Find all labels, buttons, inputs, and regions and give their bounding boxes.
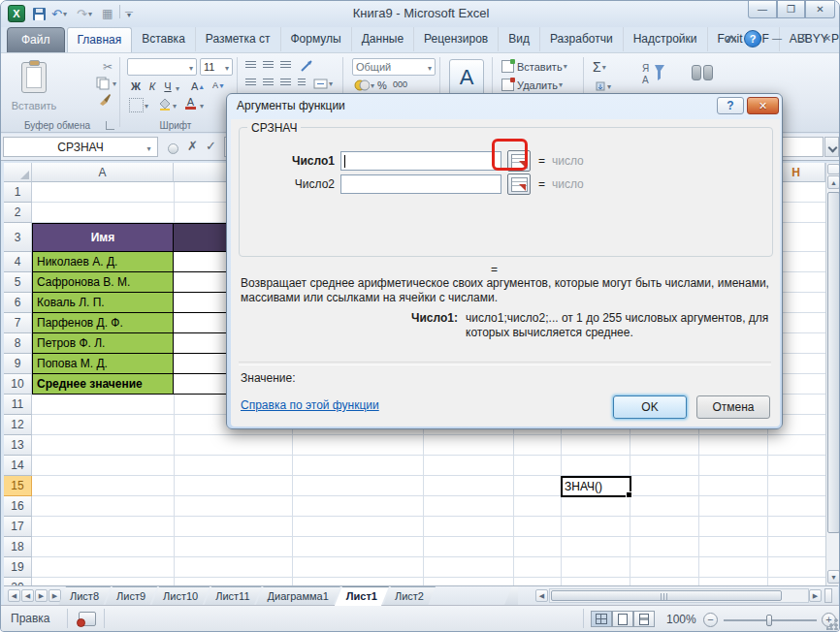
sheet-tab-Лист1[interactable]: Лист1	[335, 586, 389, 606]
row-header-7[interactable]: 7	[4, 313, 32, 333]
next-sheet-icon[interactable]: ▶	[35, 589, 48, 602]
row-header-16[interactable]: 16	[4, 496, 32, 517]
row-header-8[interactable]: 8	[4, 333, 32, 354]
ribbon-tab-5[interactable]: Данные	[352, 27, 414, 51]
table-row-name[interactable]: Петров Ф. Л.	[32, 333, 174, 354]
row-header-15[interactable]: 15	[4, 476, 32, 496]
workbook-minimize-button[interactable]: —	[767, 32, 787, 47]
insert-cells-button[interactable]: Вставить▾	[501, 60, 567, 73]
dialog-close-button[interactable]: ✕	[747, 97, 779, 114]
name-box[interactable]: СРЗНАЧ	[3, 137, 158, 157]
shrink-font-button[interactable]: А▼	[212, 80, 225, 90]
page-break-view-button[interactable]	[633, 611, 655, 627]
row-header-10[interactable]: 10	[4, 374, 32, 395]
tab-split-handle[interactable]	[824, 588, 832, 603]
column-header-a[interactable]: A	[32, 163, 174, 182]
row-header-19[interactable]: 19	[4, 557, 32, 578]
page-layout-view-button[interactable]	[612, 611, 633, 627]
cancel-button[interactable]: Отмена	[696, 395, 770, 419]
underline-dropdown[interactable]	[176, 84, 179, 93]
row-header-11[interactable]: 11	[4, 395, 32, 415]
vertical-scrollbar[interactable]: ▲ ▼	[825, 163, 840, 585]
expand-formula-bar-icon[interactable]	[824, 137, 839, 157]
currency-icon[interactable]: ▾	[354, 79, 374, 91]
table-footer-cell[interactable]: Среднее значение	[32, 374, 174, 395]
grow-font-button[interactable]: А▲	[191, 80, 205, 92]
fill-handle[interactable]	[626, 491, 632, 498]
dialog-help-button[interactable]: ?	[717, 97, 744, 114]
fill-color-icon[interactable]	[158, 98, 172, 111]
underline-button[interactable]: Ч	[162, 80, 174, 92]
cancel-entry-icon[interactable]: ✗	[187, 139, 198, 153]
normal-view-button[interactable]	[591, 611, 612, 627]
bold-button[interactable]: Ж	[129, 80, 143, 92]
confirm-entry-icon[interactable]: ✓	[206, 139, 216, 153]
insert-sheet-tab[interactable]	[504, 586, 518, 605]
table-row-name[interactable]: Николаев А. Д.	[32, 252, 174, 272]
row-header-1[interactable]: 1	[4, 182, 32, 203]
fill-button[interactable]: ▾	[595, 80, 611, 92]
comma-style-button[interactable]: 000	[393, 79, 407, 89]
delete-cells-button[interactable]: Удалить▾	[501, 79, 563, 91]
sheet-tab-Диаграмма1[interactable]: Диаграмма1	[256, 586, 340, 606]
ribbon-tab-4[interactable]: Формулы	[281, 27, 352, 51]
ribbon-tab-8[interactable]: Разработчи	[540, 27, 624, 51]
table-row-name[interactable]: Попова М. Д.	[32, 354, 174, 374]
prev-sheet-icon[interactable]: ◀	[21, 589, 34, 602]
font-color-dropdown[interactable]	[200, 102, 204, 111]
row-header-4[interactable]: 4	[4, 252, 32, 272]
macro-record-icon[interactable]	[79, 612, 96, 626]
sheet-tab-Лист2[interactable]: Лист2	[383, 586, 436, 606]
format-painter-icon[interactable]	[98, 92, 112, 106]
scroll-up-icon[interactable]: ▲	[827, 175, 840, 189]
row-header-13[interactable]: 13	[4, 435, 32, 456]
hscroll-right-icon[interactable]: ▶	[809, 589, 822, 602]
ribbon-tab-1[interactable]: Главная	[67, 27, 133, 52]
resize-grip[interactable]	[826, 618, 838, 630]
name-box-dropdown[interactable]	[143, 138, 155, 155]
row-header-17[interactable]: 17	[4, 517, 32, 537]
sheet-tab-Лист10[interactable]: Лист10	[151, 586, 210, 606]
function-help-link[interactable]: Справка по этой функции	[241, 398, 379, 412]
table-row-name[interactable]: Коваль Л. П.	[32, 293, 174, 313]
zoom-out-icon[interactable]: −	[703, 613, 718, 627]
borders-dropdown[interactable]	[145, 102, 148, 111]
styles-button[interactable]: А	[449, 59, 484, 96]
help-icon[interactable]: ?	[744, 30, 761, 47]
sheet-tab-Лист11[interactable]: Лист11	[204, 586, 261, 606]
ribbon-tab-2[interactable]: Вставка	[132, 27, 196, 51]
zoom-slider-thumb[interactable]	[766, 615, 772, 626]
ribbon-tab-9[interactable]: Надстройки	[624, 27, 708, 51]
row-header-18[interactable]: 18	[4, 537, 32, 557]
font-color-button[interactable]: А	[185, 97, 196, 110]
workbook-restore-button[interactable]: ❐	[792, 32, 812, 47]
first-sheet-icon[interactable]: ◀	[8, 589, 20, 602]
minimize-button[interactable]: —	[748, 1, 777, 18]
copy-icon[interactable]: ▾	[96, 77, 116, 90]
clipboard-dialog-launcher[interactable]	[106, 121, 114, 130]
ok-button[interactable]: OK	[613, 395, 687, 419]
scroll-down-icon[interactable]: ▼	[827, 570, 840, 584]
ribbon-tab-7[interactable]: Вид	[499, 27, 540, 51]
cut-icon[interactable]: ✂	[98, 59, 117, 75]
select-all-corner[interactable]	[4, 163, 32, 182]
last-sheet-icon[interactable]: ▶	[48, 589, 61, 602]
number-format-combo[interactable]: Общий	[352, 58, 436, 76]
ribbon-tab-file[interactable]: Файл	[7, 27, 65, 53]
sheet-tab-Лист9[interactable]: Лист9	[105, 586, 157, 606]
paste-label[interactable]: Вставить	[7, 100, 61, 111]
workbook-close-button[interactable]: ✕	[818, 32, 837, 47]
row-header-20[interactable]: 20	[4, 578, 32, 585]
row-header-6[interactable]: 6	[4, 293, 32, 313]
table-row-name[interactable]: Парфенов Д. Ф.	[32, 313, 174, 333]
align-left-icon[interactable]	[245, 79, 256, 86]
range-selector-button-2[interactable]	[507, 174, 531, 195]
font-name-combo[interactable]	[127, 58, 197, 76]
row-header-5[interactable]: 5	[4, 272, 32, 293]
argument-input-2[interactable]	[340, 174, 501, 194]
sheet-tab-Лист8[interactable]: Лист8	[58, 586, 111, 606]
horizontal-scrollbar[interactable]	[549, 588, 809, 603]
italic-button[interactable]: К	[146, 80, 158, 92]
font-size-combo[interactable]: 11	[200, 58, 233, 76]
collapse-ribbon-icon[interactable]	[725, 32, 738, 46]
